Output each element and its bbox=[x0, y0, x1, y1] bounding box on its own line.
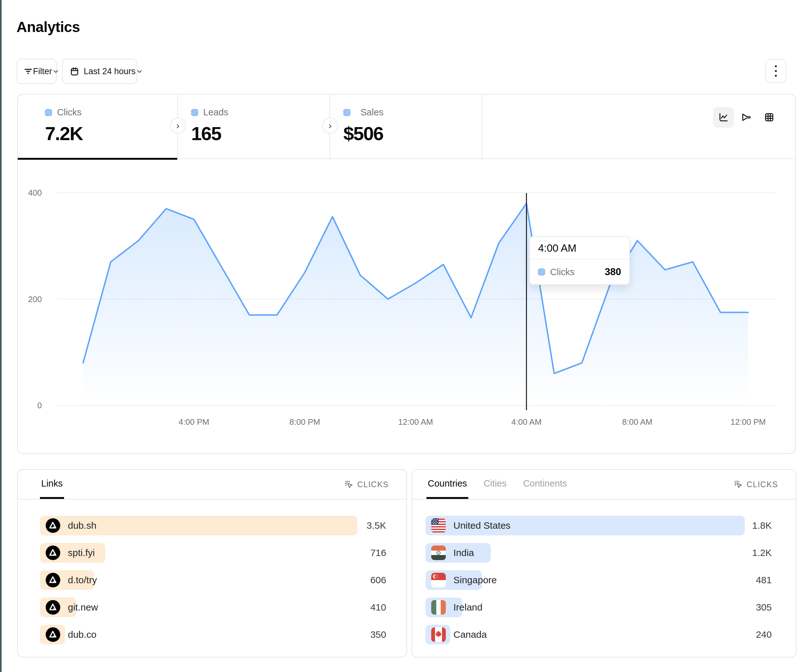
calendar-icon bbox=[70, 67, 79, 76]
expand-leads-chevron[interactable]: › bbox=[322, 118, 338, 133]
leads-legend-square bbox=[191, 109, 198, 116]
stat-label: Leads bbox=[203, 107, 228, 118]
svg-text:8:00 PM: 8:00 PM bbox=[290, 417, 320, 426]
list-item[interactable]: git.new 410 bbox=[40, 597, 386, 617]
ca-flag-icon bbox=[431, 627, 446, 642]
tab-clicks[interactable]: Clicks 7.2K bbox=[18, 94, 178, 159]
stat-label: Sales bbox=[360, 107, 384, 118]
list-item[interactable]: dub.sh 3.5K bbox=[40, 516, 386, 536]
metric-label: CLICKS bbox=[747, 480, 778, 489]
list-item[interactable]: dub.co 350 bbox=[40, 625, 386, 645]
dub-logo-icon bbox=[46, 573, 60, 587]
row-value: 481 bbox=[756, 575, 772, 585]
links-metric-select[interactable]: CLICKS bbox=[344, 479, 389, 489]
dub-logo-icon bbox=[46, 546, 60, 560]
row-value: 1.2K bbox=[752, 547, 772, 558]
countries-metric-select[interactable]: CLICKS bbox=[734, 479, 778, 489]
stat-tabs: Clicks 7.2K Leads 165 Sales $506 › › bbox=[18, 94, 795, 159]
chevron-down-icon bbox=[52, 68, 60, 75]
filter-label: Filter bbox=[33, 67, 52, 77]
kebab-icon bbox=[775, 65, 777, 67]
tooltip-legend-square bbox=[538, 268, 545, 275]
ie-flag-icon bbox=[431, 600, 446, 615]
row-value: 305 bbox=[756, 602, 772, 613]
row-label: d.to/try bbox=[68, 575, 97, 585]
row-value: 240 bbox=[756, 629, 772, 640]
tab-links[interactable]: Links bbox=[40, 470, 64, 499]
filter-button[interactable]: Filter bbox=[17, 59, 57, 84]
page-title: Analytics bbox=[17, 19, 80, 36]
analytics-card: Clicks 7.2K Leads 165 Sales $506 › › 020 bbox=[17, 94, 796, 454]
links-list: dub.sh 3.5K spti.fyi 716 d.to/try 606 gi… bbox=[18, 500, 406, 645]
row-value: 350 bbox=[370, 629, 386, 640]
row-label: git.new bbox=[68, 602, 98, 613]
cursor-click-icon bbox=[344, 479, 353, 489]
tab-cities[interactable]: Cities bbox=[482, 470, 508, 499]
stat-value: $506 bbox=[343, 123, 482, 145]
svg-text:12:00 PM: 12:00 PM bbox=[730, 417, 766, 426]
table-view-button[interactable] bbox=[759, 107, 780, 128]
more-options-button[interactable] bbox=[765, 59, 786, 83]
list-item[interactable]: spti.fyi 716 bbox=[40, 543, 386, 563]
date-range-label: Last 24 hours bbox=[84, 67, 136, 77]
svg-text:4:00 AM: 4:00 AM bbox=[512, 417, 542, 426]
date-range-button[interactable]: Last 24 hours bbox=[62, 59, 137, 84]
svg-text:12:00 AM: 12:00 AM bbox=[398, 417, 433, 426]
metric-label: CLICKS bbox=[357, 480, 389, 489]
svg-text:200: 200 bbox=[28, 295, 42, 304]
tab-countries[interactable]: Countries bbox=[426, 470, 468, 499]
stat-value: 165 bbox=[191, 123, 329, 145]
stat-value: 7.2K bbox=[45, 123, 177, 145]
list-item[interactable]: Singapore 481 bbox=[425, 570, 772, 590]
countries-panel: CountriesCitiesContinents CLICKS United … bbox=[411, 469, 797, 657]
window-edge-strip bbox=[0, 0, 2, 672]
list-item[interactable]: d.to/try 606 bbox=[40, 570, 386, 590]
row-label: Ireland bbox=[454, 602, 483, 613]
chevron-down-icon bbox=[136, 68, 143, 75]
svg-text:0: 0 bbox=[38, 401, 42, 410]
us-flag-icon bbox=[431, 518, 446, 533]
row-value: 3.5K bbox=[367, 520, 386, 531]
row-value: 716 bbox=[370, 547, 386, 558]
list-item[interactable]: United States 1.8K bbox=[425, 516, 772, 536]
svg-text:400: 400 bbox=[28, 188, 42, 198]
sg-flag-icon bbox=[431, 573, 446, 587]
filter-icon bbox=[24, 67, 33, 76]
chart-tooltip: 4:00 AM Clicks 380 bbox=[529, 236, 630, 285]
tab-leads[interactable]: Leads 165 bbox=[178, 94, 330, 159]
line-chart-view-button[interactable] bbox=[713, 107, 734, 128]
svg-text:8:00 AM: 8:00 AM bbox=[622, 417, 652, 426]
stat-label: Clicks bbox=[57, 107, 82, 118]
tooltip-series: Clicks bbox=[550, 267, 600, 277]
dub-logo-icon bbox=[46, 518, 60, 533]
in-flag-icon bbox=[431, 546, 446, 560]
tooltip-time: 4:00 AM bbox=[530, 237, 629, 259]
funnel-view-button[interactable] bbox=[736, 107, 757, 128]
countries-list: United States 1.8K India 1.2K Singapore … bbox=[412, 500, 796, 645]
list-item[interactable]: Canada 240 bbox=[425, 625, 772, 645]
expand-clicks-chevron[interactable]: › bbox=[170, 118, 186, 133]
row-label: dub.sh bbox=[68, 520, 96, 531]
cursor-click-icon bbox=[734, 479, 743, 489]
chart-view-toggle bbox=[713, 107, 780, 128]
tab-sales[interactable]: Sales $506 bbox=[330, 94, 482, 159]
tab-continents[interactable]: Continents bbox=[522, 470, 568, 499]
list-item[interactable]: Ireland 305 bbox=[425, 597, 772, 617]
dub-logo-icon bbox=[46, 627, 60, 642]
tooltip-value: 380 bbox=[605, 266, 621, 278]
row-label: Canada bbox=[454, 629, 487, 640]
sales-legend-square bbox=[343, 109, 350, 116]
list-item[interactable]: India 1.2K bbox=[425, 543, 772, 563]
row-label: Singapore bbox=[454, 575, 497, 585]
chart-canvas: 02004004:00 PM8:00 PM12:00 AM4:00 AM8:00… bbox=[18, 159, 797, 455]
dub-logo-icon bbox=[46, 600, 60, 615]
row-label: India bbox=[454, 547, 474, 558]
row-value: 606 bbox=[370, 575, 386, 585]
clicks-legend-square bbox=[45, 109, 52, 116]
row-value: 410 bbox=[370, 602, 386, 613]
row-label: dub.co bbox=[68, 629, 96, 640]
clicks-area-chart[interactable]: 02004004:00 PM8:00 PM12:00 AM4:00 AM8:00… bbox=[18, 159, 797, 455]
svg-text:4:00 PM: 4:00 PM bbox=[179, 417, 209, 426]
row-label: spti.fyi bbox=[68, 547, 95, 558]
links-panel: Links CLICKS dub.sh 3.5K spti.fyi 716 d.… bbox=[17, 469, 407, 657]
